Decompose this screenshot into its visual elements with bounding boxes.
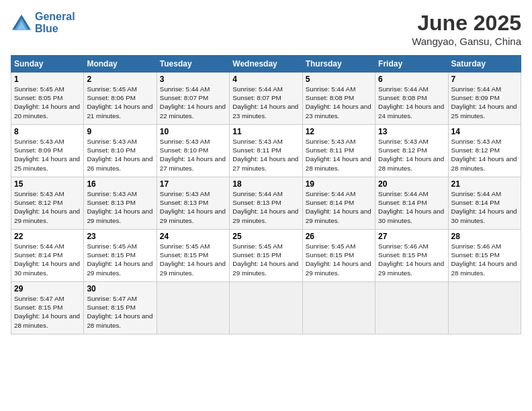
logo-text: General Blue <box>35 11 75 34</box>
day-info: Sunrise: 5:45 AM Sunset: 8:15 PM Dayligh… <box>232 242 299 277</box>
day-number: 12 <box>306 127 372 136</box>
day-info: Sunrise: 5:44 AM Sunset: 8:07 PM Dayligh… <box>232 85 299 120</box>
day-cell-24: 24 Sunrise: 5:45 AM Sunset: 8:15 PM Dayl… <box>157 230 229 282</box>
day-cell-4: 4 Sunrise: 5:44 AM Sunset: 8:07 PM Dayli… <box>230 73 302 125</box>
day-info: Sunrise: 5:46 AM Sunset: 8:15 PM Dayligh… <box>451 242 518 277</box>
calendar-row: 8 Sunrise: 5:43 AM Sunset: 8:09 PM Dayli… <box>11 125 521 177</box>
title-block: June 2025 Wangyao, Gansu, China <box>412 11 521 47</box>
day-info: Sunrise: 5:43 AM Sunset: 8:12 PM Dayligh… <box>378 137 445 173</box>
day-info: Sunrise: 5:45 AM Sunset: 8:15 PM Dayligh… <box>87 242 153 277</box>
day-info: Sunrise: 5:44 AM Sunset: 8:08 PM Dayligh… <box>306 85 372 120</box>
day-cell-26: 26 Sunrise: 5:45 AM Sunset: 8:15 PM Dayl… <box>302 230 375 282</box>
day-info: Sunrise: 5:47 AM Sunset: 8:15 PM Dayligh… <box>14 294 81 330</box>
day-cell-13: 13 Sunrise: 5:43 AM Sunset: 8:12 PM Dayl… <box>375 125 448 177</box>
day-number: 30 <box>87 284 153 293</box>
empty-cell <box>230 282 302 334</box>
day-number: 2 <box>87 75 153 84</box>
day-number: 4 <box>232 75 299 84</box>
day-info: Sunrise: 5:44 AM Sunset: 8:14 PM Dayligh… <box>378 189 445 225</box>
day-number: 6 <box>378 75 445 84</box>
day-number: 7 <box>451 75 518 84</box>
header-thursday: Thursday <box>302 56 375 73</box>
day-cell-22: 22 Sunrise: 5:44 AM Sunset: 8:14 PM Dayl… <box>11 230 84 282</box>
day-info: Sunrise: 5:43 AM Sunset: 8:10 PM Dayligh… <box>87 137 153 173</box>
calendar-row: 29 Sunrise: 5:47 AM Sunset: 8:15 PM Dayl… <box>11 282 521 334</box>
day-info: Sunrise: 5:46 AM Sunset: 8:15 PM Dayligh… <box>378 242 445 277</box>
day-cell-29: 29 Sunrise: 5:47 AM Sunset: 8:15 PM Dayl… <box>11 282 84 334</box>
day-info: Sunrise: 5:44 AM Sunset: 8:09 PM Dayligh… <box>451 85 518 120</box>
day-number: 20 <box>378 179 445 189</box>
day-cell-25: 25 Sunrise: 5:45 AM Sunset: 8:15 PM Dayl… <box>230 230 302 282</box>
month-title: June 2025 <box>412 11 521 36</box>
day-info: Sunrise: 5:43 AM Sunset: 8:10 PM Dayligh… <box>160 137 226 173</box>
empty-cell <box>375 282 448 334</box>
day-number: 26 <box>306 232 372 241</box>
day-info: Sunrise: 5:43 AM Sunset: 8:11 PM Dayligh… <box>306 137 372 173</box>
day-number: 11 <box>232 127 299 136</box>
header-sunday: Sunday <box>11 56 84 73</box>
day-cell-7: 7 Sunrise: 5:44 AM Sunset: 8:09 PM Dayli… <box>448 73 521 125</box>
day-number: 18 <box>232 179 299 189</box>
day-info: Sunrise: 5:44 AM Sunset: 8:14 PM Dayligh… <box>306 189 372 225</box>
day-cell-30: 30 Sunrise: 5:47 AM Sunset: 8:15 PM Dayl… <box>84 282 157 334</box>
day-info: Sunrise: 5:44 AM Sunset: 8:08 PM Dayligh… <box>378 85 445 120</box>
empty-cell <box>302 282 375 334</box>
day-cell-27: 27 Sunrise: 5:46 AM Sunset: 8:15 PM Dayl… <box>375 230 448 282</box>
day-cell-6: 6 Sunrise: 5:44 AM Sunset: 8:08 PM Dayli… <box>375 73 448 125</box>
day-info: Sunrise: 5:43 AM Sunset: 8:13 PM Dayligh… <box>160 189 226 225</box>
day-info: Sunrise: 5:45 AM Sunset: 8:15 PM Dayligh… <box>160 242 226 277</box>
day-cell-9: 9 Sunrise: 5:43 AM Sunset: 8:10 PM Dayli… <box>84 125 157 177</box>
day-number: 28 <box>451 232 518 241</box>
day-info: Sunrise: 5:47 AM Sunset: 8:15 PM Dayligh… <box>87 294 153 330</box>
weekday-header-row: Sunday Monday Tuesday Wednesday Thursday… <box>11 56 521 73</box>
day-cell-18: 18 Sunrise: 5:44 AM Sunset: 8:13 PM Dayl… <box>230 177 302 230</box>
day-cell-8: 8 Sunrise: 5:43 AM Sunset: 8:09 PM Dayli… <box>11 125 84 177</box>
day-info: Sunrise: 5:43 AM Sunset: 8:13 PM Dayligh… <box>87 189 153 225</box>
empty-cell <box>157 282 229 334</box>
day-number: 5 <box>306 75 372 84</box>
header-tuesday: Tuesday <box>157 56 229 73</box>
day-number: 22 <box>14 232 81 241</box>
day-number: 8 <box>14 127 81 136</box>
day-info: Sunrise: 5:45 AM Sunset: 8:05 PM Dayligh… <box>14 85 81 120</box>
day-info: Sunrise: 5:44 AM Sunset: 8:13 PM Dayligh… <box>232 189 299 225</box>
day-cell-23: 23 Sunrise: 5:45 AM Sunset: 8:15 PM Dayl… <box>84 230 157 282</box>
day-number: 21 <box>451 179 518 189</box>
day-info: Sunrise: 5:44 AM Sunset: 8:14 PM Dayligh… <box>451 189 518 225</box>
day-number: 14 <box>451 127 518 136</box>
day-number: 13 <box>378 127 445 136</box>
day-number: 25 <box>232 232 299 241</box>
day-cell-20: 20 Sunrise: 5:44 AM Sunset: 8:14 PM Dayl… <box>375 177 448 230</box>
day-cell-16: 16 Sunrise: 5:43 AM Sunset: 8:13 PM Dayl… <box>84 177 157 230</box>
day-cell-10: 10 Sunrise: 5:43 AM Sunset: 8:10 PM Dayl… <box>157 125 229 177</box>
day-number: 10 <box>160 127 226 136</box>
empty-cell <box>448 282 521 334</box>
calendar-row: 1 Sunrise: 5:45 AM Sunset: 8:05 PM Dayli… <box>11 73 521 125</box>
day-info: Sunrise: 5:43 AM Sunset: 8:12 PM Dayligh… <box>14 189 81 225</box>
day-cell-17: 17 Sunrise: 5:43 AM Sunset: 8:13 PM Dayl… <box>157 177 229 230</box>
day-info: Sunrise: 5:43 AM Sunset: 8:11 PM Dayligh… <box>232 137 299 173</box>
day-info: Sunrise: 5:45 AM Sunset: 8:15 PM Dayligh… <box>306 242 372 277</box>
day-cell-1: 1 Sunrise: 5:45 AM Sunset: 8:05 PM Dayli… <box>11 73 84 125</box>
day-cell-14: 14 Sunrise: 5:43 AM Sunset: 8:12 PM Dayl… <box>448 125 521 177</box>
header-saturday: Saturday <box>448 56 521 73</box>
day-number: 24 <box>160 232 226 241</box>
day-number: 23 <box>87 232 153 241</box>
calendar-row: 22 Sunrise: 5:44 AM Sunset: 8:14 PM Dayl… <box>11 230 521 282</box>
header-monday: Monday <box>84 56 157 73</box>
day-cell-28: 28 Sunrise: 5:46 AM Sunset: 8:15 PM Dayl… <box>448 230 521 282</box>
day-number: 9 <box>87 127 153 136</box>
day-cell-5: 5 Sunrise: 5:44 AM Sunset: 8:08 PM Dayli… <box>302 73 375 125</box>
day-cell-11: 11 Sunrise: 5:43 AM Sunset: 8:11 PM Dayl… <box>230 125 302 177</box>
logo: General Blue <box>11 11 75 34</box>
day-number: 3 <box>160 75 226 84</box>
day-number: 15 <box>14 179 81 189</box>
page: General Blue June 2025 Wangyao, Gansu, C… <box>0 0 532 411</box>
day-number: 16 <box>87 179 153 189</box>
day-cell-12: 12 Sunrise: 5:43 AM Sunset: 8:11 PM Dayl… <box>302 125 375 177</box>
day-cell-3: 3 Sunrise: 5:44 AM Sunset: 8:07 PM Dayli… <box>157 73 229 125</box>
logo-line2: Blue <box>35 23 58 34</box>
day-number: 29 <box>14 284 81 293</box>
day-cell-19: 19 Sunrise: 5:44 AM Sunset: 8:14 PM Dayl… <box>302 177 375 230</box>
day-number: 17 <box>160 179 226 189</box>
